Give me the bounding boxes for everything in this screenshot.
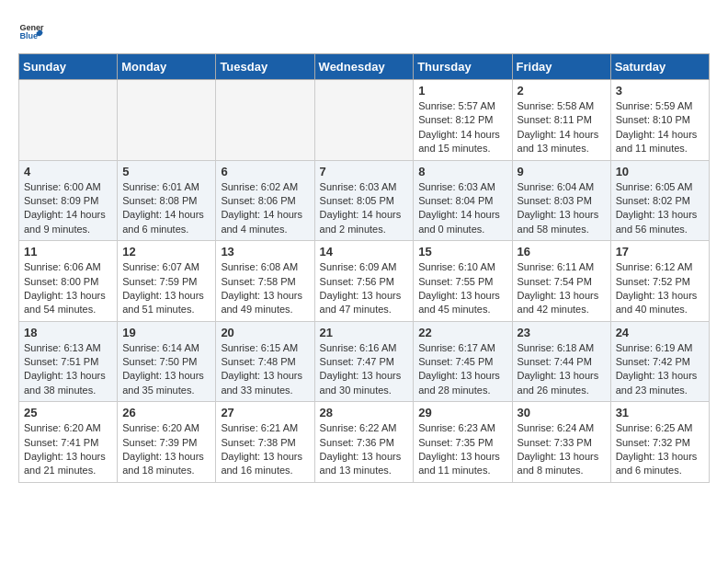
day-info: Sunrise: 6:10 AM Sunset: 7:55 PM Dayligh… xyxy=(418,260,506,317)
day-info: Sunrise: 5:58 AM Sunset: 8:11 PM Dayligh… xyxy=(518,99,606,156)
calendar-cell: 2Sunrise: 5:58 AM Sunset: 8:11 PM Daylig… xyxy=(512,80,610,161)
day-number: 24 xyxy=(616,326,704,339)
calendar-cell: 8Sunrise: 6:03 AM Sunset: 8:04 PM Daylig… xyxy=(414,160,512,241)
day-info: Sunrise: 6:21 AM Sunset: 7:38 PM Dayligh… xyxy=(221,421,309,478)
logo-icon: General Blue xyxy=(18,18,44,44)
day-info: Sunrise: 6:04 AM Sunset: 8:03 PM Dayligh… xyxy=(518,180,606,237)
calendar-cell: 13Sunrise: 6:08 AM Sunset: 7:58 PM Dayli… xyxy=(216,241,314,322)
weekday-header-wednesday: Wednesday xyxy=(314,54,414,80)
day-number: 25 xyxy=(24,406,112,419)
calendar-cell: 31Sunrise: 6:25 AM Sunset: 7:32 PM Dayli… xyxy=(610,402,709,483)
calendar-cell: 23Sunrise: 6:18 AM Sunset: 7:44 PM Dayli… xyxy=(512,321,610,402)
day-number: 31 xyxy=(616,406,704,419)
day-number: 14 xyxy=(320,245,409,259)
day-info: Sunrise: 6:11 AM Sunset: 7:54 PM Dayligh… xyxy=(518,260,606,317)
calendar-cell: 15Sunrise: 6:10 AM Sunset: 7:55 PM Dayli… xyxy=(414,241,512,322)
calendar-cell: 30Sunrise: 6:24 AM Sunset: 7:33 PM Dayli… xyxy=(512,402,610,483)
day-info: Sunrise: 6:20 AM Sunset: 7:41 PM Dayligh… xyxy=(24,421,112,478)
day-number: 16 xyxy=(518,245,606,259)
day-number: 20 xyxy=(221,326,309,339)
calendar-cell: 6Sunrise: 6:02 AM Sunset: 8:06 PM Daylig… xyxy=(216,160,314,241)
day-info: Sunrise: 6:14 AM Sunset: 7:50 PM Dayligh… xyxy=(122,341,210,398)
day-info: Sunrise: 6:19 AM Sunset: 7:42 PM Dayligh… xyxy=(616,341,704,398)
weekday-header-saturday: Saturday xyxy=(610,54,709,80)
calendar-cell: 12Sunrise: 6:07 AM Sunset: 7:59 PM Dayli… xyxy=(118,241,216,322)
day-info: Sunrise: 6:01 AM Sunset: 8:08 PM Dayligh… xyxy=(122,180,210,237)
calendar-cell: 5Sunrise: 6:01 AM Sunset: 8:08 PM Daylig… xyxy=(118,160,216,241)
weekday-header-tuesday: Tuesday xyxy=(216,54,314,80)
day-number: 26 xyxy=(122,406,210,419)
day-info: Sunrise: 6:23 AM Sunset: 7:35 PM Dayligh… xyxy=(418,421,506,478)
day-number: 27 xyxy=(221,406,309,419)
day-number: 29 xyxy=(418,406,506,419)
calendar-cell xyxy=(314,80,414,161)
day-number: 28 xyxy=(320,406,409,419)
day-number: 9 xyxy=(518,165,606,178)
calendar-cell: 22Sunrise: 6:17 AM Sunset: 7:45 PM Dayli… xyxy=(414,321,512,402)
calendar-cell: 26Sunrise: 6:20 AM Sunset: 7:39 PM Dayli… xyxy=(118,402,216,483)
day-info: Sunrise: 6:20 AM Sunset: 7:39 PM Dayligh… xyxy=(122,421,210,478)
day-number: 12 xyxy=(122,245,210,259)
calendar-cell: 18Sunrise: 6:13 AM Sunset: 7:51 PM Dayli… xyxy=(19,321,118,402)
day-info: Sunrise: 5:59 AM Sunset: 8:10 PM Dayligh… xyxy=(616,99,704,156)
day-info: Sunrise: 6:24 AM Sunset: 7:33 PM Dayligh… xyxy=(518,421,606,478)
day-number: 13 xyxy=(221,245,309,259)
day-info: Sunrise: 6:07 AM Sunset: 7:59 PM Dayligh… xyxy=(122,260,210,317)
calendar-cell: 28Sunrise: 6:22 AM Sunset: 7:36 PM Dayli… xyxy=(314,402,414,483)
calendar-cell xyxy=(118,80,216,161)
calendar-cell: 19Sunrise: 6:14 AM Sunset: 7:50 PM Dayli… xyxy=(118,321,216,402)
day-number: 18 xyxy=(24,326,112,339)
day-number: 10 xyxy=(616,165,704,178)
weekday-header-sunday: Sunday xyxy=(19,54,118,80)
calendar-cell: 29Sunrise: 6:23 AM Sunset: 7:35 PM Dayli… xyxy=(414,402,512,483)
day-number: 6 xyxy=(221,165,309,178)
calendar-cell: 16Sunrise: 6:11 AM Sunset: 7:54 PM Dayli… xyxy=(512,241,610,322)
calendar-header-row: SundayMondayTuesdayWednesdayThursdayFrid… xyxy=(19,54,710,80)
day-info: Sunrise: 6:05 AM Sunset: 8:02 PM Dayligh… xyxy=(616,180,704,237)
day-number: 8 xyxy=(418,165,506,178)
svg-text:Blue: Blue xyxy=(19,31,38,40)
calendar-cell: 10Sunrise: 6:05 AM Sunset: 8:02 PM Dayli… xyxy=(610,160,709,241)
day-info: Sunrise: 6:08 AM Sunset: 7:58 PM Dayligh… xyxy=(221,260,309,317)
calendar-cell: 20Sunrise: 6:15 AM Sunset: 7:48 PM Dayli… xyxy=(216,321,314,402)
day-number: 2 xyxy=(518,84,606,98)
calendar-table: SundayMondayTuesdayWednesdayThursdayFrid… xyxy=(18,53,710,483)
day-info: Sunrise: 6:00 AM Sunset: 8:09 PM Dayligh… xyxy=(24,180,112,237)
logo: General Blue xyxy=(18,18,48,44)
calendar-cell: 1Sunrise: 5:57 AM Sunset: 8:12 PM Daylig… xyxy=(414,80,512,161)
day-number: 4 xyxy=(24,165,112,178)
weekday-header-thursday: Thursday xyxy=(414,54,512,80)
day-number: 17 xyxy=(616,245,704,259)
calendar-cell: 4Sunrise: 6:00 AM Sunset: 8:09 PM Daylig… xyxy=(19,160,118,241)
calendar-cell: 11Sunrise: 6:06 AM Sunset: 8:00 PM Dayli… xyxy=(19,241,118,322)
day-number: 15 xyxy=(418,245,506,259)
day-info: Sunrise: 6:18 AM Sunset: 7:44 PM Dayligh… xyxy=(518,341,606,398)
calendar-cell: 25Sunrise: 6:20 AM Sunset: 7:41 PM Dayli… xyxy=(19,402,118,483)
day-info: Sunrise: 6:16 AM Sunset: 7:47 PM Dayligh… xyxy=(320,341,409,398)
day-info: Sunrise: 6:06 AM Sunset: 8:00 PM Dayligh… xyxy=(24,260,112,317)
calendar-cell xyxy=(19,80,118,161)
day-info: Sunrise: 6:02 AM Sunset: 8:06 PM Dayligh… xyxy=(221,180,309,237)
day-info: Sunrise: 6:12 AM Sunset: 7:52 PM Dayligh… xyxy=(616,260,704,317)
calendar-cell: 7Sunrise: 6:03 AM Sunset: 8:05 PM Daylig… xyxy=(314,160,414,241)
day-info: Sunrise: 6:17 AM Sunset: 7:45 PM Dayligh… xyxy=(418,341,506,398)
calendar-cell: 21Sunrise: 6:16 AM Sunset: 7:47 PM Dayli… xyxy=(314,321,414,402)
day-number: 19 xyxy=(122,326,210,339)
day-number: 3 xyxy=(616,84,704,98)
day-info: Sunrise: 6:03 AM Sunset: 8:04 PM Dayligh… xyxy=(418,180,506,237)
day-info: Sunrise: 5:57 AM Sunset: 8:12 PM Dayligh… xyxy=(418,99,506,156)
day-info: Sunrise: 6:09 AM Sunset: 7:56 PM Dayligh… xyxy=(320,260,409,317)
day-number: 23 xyxy=(518,326,606,339)
calendar-cell: 3Sunrise: 5:59 AM Sunset: 8:10 PM Daylig… xyxy=(610,80,709,161)
calendar-cell: 9Sunrise: 6:04 AM Sunset: 8:03 PM Daylig… xyxy=(512,160,610,241)
calendar-cell: 27Sunrise: 6:21 AM Sunset: 7:38 PM Dayli… xyxy=(216,402,314,483)
day-info: Sunrise: 6:15 AM Sunset: 7:48 PM Dayligh… xyxy=(221,341,309,398)
day-number: 22 xyxy=(418,326,506,339)
calendar-cell: 17Sunrise: 6:12 AM Sunset: 7:52 PM Dayli… xyxy=(610,241,709,322)
calendar-cell xyxy=(216,80,314,161)
day-number: 30 xyxy=(518,406,606,419)
day-info: Sunrise: 6:22 AM Sunset: 7:36 PM Dayligh… xyxy=(320,421,409,478)
weekday-header-monday: Monday xyxy=(118,54,216,80)
page-header: General Blue xyxy=(18,18,710,44)
day-number: 5 xyxy=(122,165,210,178)
